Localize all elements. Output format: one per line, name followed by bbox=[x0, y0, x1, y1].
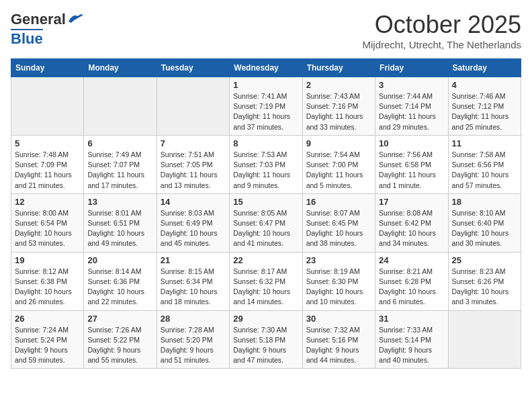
day-info: Sunrise: 8:00 AMSunset: 6:54 PMDaylight:… bbox=[15, 208, 80, 249]
day-info: Sunrise: 7:54 AMSunset: 7:00 PMDaylight:… bbox=[306, 150, 371, 191]
day-number: 31 bbox=[379, 314, 444, 324]
day-number: 22 bbox=[233, 255, 298, 265]
day-header-saturday: Saturday bbox=[448, 59, 521, 77]
logo-general-text: General bbox=[11, 11, 66, 28]
day-header-monday: Monday bbox=[84, 59, 157, 77]
day-number: 9 bbox=[306, 138, 371, 148]
day-cell: 13Sunrise: 8:01 AMSunset: 6:51 PMDayligh… bbox=[84, 193, 157, 252]
day-info: Sunrise: 7:33 AMSunset: 5:14 PMDaylight:… bbox=[379, 325, 444, 366]
day-cell: 29Sunrise: 7:30 AMSunset: 5:18 PMDayligh… bbox=[230, 310, 302, 369]
day-info: Sunrise: 7:58 AMSunset: 6:56 PMDaylight:… bbox=[452, 150, 517, 191]
day-number: 14 bbox=[161, 197, 226, 207]
day-info: Sunrise: 8:08 AMSunset: 6:42 PMDaylight:… bbox=[379, 208, 444, 249]
day-number: 18 bbox=[452, 197, 517, 207]
day-number: 11 bbox=[452, 138, 517, 148]
day-info: Sunrise: 7:41 AMSunset: 7:19 PMDaylight:… bbox=[233, 91, 298, 132]
week-row: 12Sunrise: 8:00 AMSunset: 6:54 PMDayligh… bbox=[11, 193, 521, 252]
day-cell: 9Sunrise: 7:54 AMSunset: 7:00 PMDaylight… bbox=[302, 135, 375, 193]
day-header-friday: Friday bbox=[375, 59, 448, 77]
logo: General Blue bbox=[11, 11, 85, 48]
day-number: 5 bbox=[15, 138, 80, 148]
day-cell: 16Sunrise: 8:07 AMSunset: 6:45 PMDayligh… bbox=[302, 193, 375, 252]
day-cell: 28Sunrise: 7:28 AMSunset: 5:20 PMDayligh… bbox=[157, 310, 229, 369]
day-header-sunday: Sunday bbox=[11, 59, 84, 77]
day-number: 1 bbox=[233, 80, 298, 90]
day-info: Sunrise: 8:14 AMSunset: 6:36 PMDaylight:… bbox=[87, 267, 152, 308]
day-cell bbox=[11, 77, 84, 136]
day-number: 25 bbox=[452, 255, 517, 265]
day-info: Sunrise: 8:19 AMSunset: 6:30 PMDaylight:… bbox=[306, 267, 371, 308]
day-cell: 7Sunrise: 7:51 AMSunset: 7:05 PMDaylight… bbox=[157, 135, 229, 193]
day-header-wednesday: Wednesday bbox=[230, 59, 302, 77]
day-cell: 17Sunrise: 8:08 AMSunset: 6:42 PMDayligh… bbox=[375, 193, 448, 252]
location-text: Mijdrecht, Utrecht, The Netherlands bbox=[363, 39, 522, 50]
day-cell: 24Sunrise: 8:21 AMSunset: 6:28 PMDayligh… bbox=[375, 252, 448, 310]
day-number: 10 bbox=[379, 138, 444, 148]
day-cell: 30Sunrise: 7:32 AMSunset: 5:16 PMDayligh… bbox=[302, 310, 375, 369]
day-info: Sunrise: 7:30 AMSunset: 5:18 PMDaylight:… bbox=[233, 325, 298, 366]
week-row: 1Sunrise: 7:41 AMSunset: 7:19 PMDaylight… bbox=[11, 77, 521, 136]
day-info: Sunrise: 7:49 AMSunset: 7:07 PMDaylight:… bbox=[87, 150, 152, 191]
day-number: 21 bbox=[161, 255, 226, 265]
day-cell: 15Sunrise: 8:05 AMSunset: 6:47 PMDayligh… bbox=[230, 193, 302, 252]
day-info: Sunrise: 7:24 AMSunset: 5:24 PMDaylight:… bbox=[15, 325, 80, 366]
header-row: SundayMondayTuesdayWednesdayThursdayFrid… bbox=[11, 59, 521, 77]
week-row: 26Sunrise: 7:24 AMSunset: 5:24 PMDayligh… bbox=[11, 310, 521, 369]
day-info: Sunrise: 7:48 AMSunset: 7:09 PMDaylight:… bbox=[15, 150, 80, 191]
day-cell: 31Sunrise: 7:33 AMSunset: 5:14 PMDayligh… bbox=[375, 310, 448, 369]
day-number: 13 bbox=[87, 197, 152, 207]
day-cell: 3Sunrise: 7:44 AMSunset: 7:14 PMDaylight… bbox=[375, 77, 448, 136]
day-header-tuesday: Tuesday bbox=[157, 59, 229, 77]
day-cell: 18Sunrise: 8:10 AMSunset: 6:40 PMDayligh… bbox=[448, 193, 521, 252]
day-info: Sunrise: 8:03 AMSunset: 6:49 PMDaylight:… bbox=[161, 208, 226, 249]
day-number: 29 bbox=[233, 314, 298, 324]
day-info: Sunrise: 7:44 AMSunset: 7:14 PMDaylight:… bbox=[379, 91, 444, 132]
day-number: 7 bbox=[161, 138, 226, 148]
day-info: Sunrise: 7:53 AMSunset: 7:03 PMDaylight:… bbox=[233, 150, 298, 191]
day-info: Sunrise: 7:46 AMSunset: 7:12 PMDaylight:… bbox=[452, 91, 517, 132]
day-info: Sunrise: 7:51 AMSunset: 7:05 PMDaylight:… bbox=[161, 150, 226, 191]
day-info: Sunrise: 8:23 AMSunset: 6:26 PMDaylight:… bbox=[452, 267, 517, 308]
day-cell: 1Sunrise: 7:41 AMSunset: 7:19 PMDaylight… bbox=[230, 77, 302, 136]
day-info: Sunrise: 7:43 AMSunset: 7:16 PMDaylight:… bbox=[306, 91, 371, 132]
day-info: Sunrise: 7:56 AMSunset: 6:58 PMDaylight:… bbox=[379, 150, 444, 191]
day-number: 16 bbox=[306, 197, 371, 207]
day-info: Sunrise: 8:05 AMSunset: 6:47 PMDaylight:… bbox=[233, 208, 298, 249]
calendar-table: SundayMondayTuesdayWednesdayThursdayFrid… bbox=[11, 58, 521, 369]
day-number: 23 bbox=[306, 255, 371, 265]
day-cell: 23Sunrise: 8:19 AMSunset: 6:30 PMDayligh… bbox=[302, 252, 375, 310]
day-number: 20 bbox=[87, 255, 152, 265]
day-info: Sunrise: 8:21 AMSunset: 6:28 PMDaylight:… bbox=[379, 267, 444, 308]
day-cell: 27Sunrise: 7:26 AMSunset: 5:22 PMDayligh… bbox=[84, 310, 157, 369]
day-number: 12 bbox=[15, 197, 80, 207]
day-cell: 8Sunrise: 7:53 AMSunset: 7:03 PMDaylight… bbox=[230, 135, 302, 193]
day-info: Sunrise: 8:17 AMSunset: 6:32 PMDaylight:… bbox=[233, 267, 298, 308]
day-number: 27 bbox=[87, 314, 152, 324]
day-info: Sunrise: 8:10 AMSunset: 6:40 PMDaylight:… bbox=[452, 208, 517, 249]
month-title: October 2025 bbox=[363, 11, 522, 39]
day-number: 24 bbox=[379, 255, 444, 265]
day-number: 17 bbox=[379, 197, 444, 207]
day-number: 15 bbox=[233, 197, 298, 207]
day-cell: 11Sunrise: 7:58 AMSunset: 6:56 PMDayligh… bbox=[448, 135, 521, 193]
day-cell: 10Sunrise: 7:56 AMSunset: 6:58 PMDayligh… bbox=[375, 135, 448, 193]
day-cell bbox=[84, 77, 157, 136]
day-number: 19 bbox=[15, 255, 80, 265]
logo-blue-text: Blue bbox=[11, 30, 43, 47]
day-cell: 14Sunrise: 8:03 AMSunset: 6:49 PMDayligh… bbox=[157, 193, 229, 252]
day-cell: 25Sunrise: 8:23 AMSunset: 6:26 PMDayligh… bbox=[448, 252, 521, 310]
day-header-thursday: Thursday bbox=[302, 59, 375, 77]
day-info: Sunrise: 8:01 AMSunset: 6:51 PMDaylight:… bbox=[87, 208, 152, 249]
day-info: Sunrise: 8:15 AMSunset: 6:34 PMDaylight:… bbox=[161, 267, 226, 308]
day-cell: 2Sunrise: 7:43 AMSunset: 7:16 PMDaylight… bbox=[302, 77, 375, 136]
week-row: 5Sunrise: 7:48 AMSunset: 7:09 PMDaylight… bbox=[11, 135, 521, 193]
day-number: 30 bbox=[306, 314, 371, 324]
day-cell: 12Sunrise: 8:00 AMSunset: 6:54 PMDayligh… bbox=[11, 193, 84, 252]
day-cell: 20Sunrise: 8:14 AMSunset: 6:36 PMDayligh… bbox=[84, 252, 157, 310]
day-number: 28 bbox=[161, 314, 226, 324]
day-cell bbox=[157, 77, 229, 136]
day-cell: 19Sunrise: 8:12 AMSunset: 6:38 PMDayligh… bbox=[11, 252, 84, 310]
day-info: Sunrise: 7:26 AMSunset: 5:22 PMDaylight:… bbox=[87, 325, 152, 366]
day-number: 26 bbox=[15, 314, 80, 324]
page-header: General Blue October 2025 Mijdrecht, Utr… bbox=[11, 11, 521, 50]
